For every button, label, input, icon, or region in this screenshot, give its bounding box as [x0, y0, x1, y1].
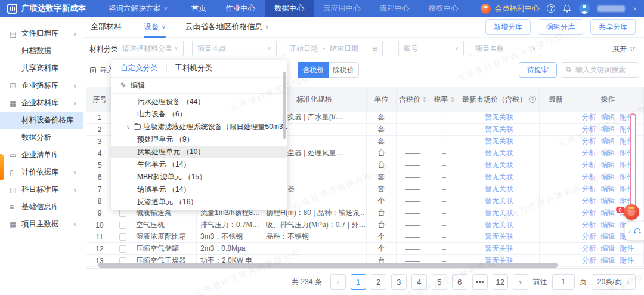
project-location-select[interactable]: 项目地点 ∨ [192, 41, 277, 56]
category-item[interactable]: 厌氧处理单元 （10） [111, 146, 287, 158]
price-toggle-button[interactable]: 含税价 [298, 62, 329, 78]
no-relation-link[interactable]: 暂无关联 [485, 244, 513, 254]
edit-link[interactable]: 编辑 [601, 184, 615, 194]
no-relation-link[interactable]: 暂无关联 [485, 196, 513, 206]
nav-item[interactable]: 作业中心 [216, 0, 265, 17]
chevron-down-icon[interactable]: ∨ [633, 5, 637, 11]
vertical-scrollbar-highlighted[interactable] [630, 113, 636, 218]
analyze-link[interactable]: 分析 [582, 160, 596, 170]
category-item[interactable]: ∨ 垃圾渗滤液处理系统设备（限日处理量50m3… （98） [111, 121, 287, 133]
nav-item[interactable]: 数据中心 [265, 0, 314, 17]
analyze-link[interactable]: 分析 [582, 208, 596, 218]
sort-icon[interactable] [451, 97, 454, 102]
sidebar-item[interactable]: ▤ 文件归档库 ∧ [0, 25, 83, 42]
nav-item[interactable]: 首页 [182, 0, 216, 17]
edit-link[interactable]: 编辑 [601, 208, 615, 218]
category-item[interactable]: 电力设备 （6） [111, 108, 287, 121]
sidebar-item[interactable]: ☑ 企业指标库 ∨ [0, 77, 83, 94]
panel-scrollbar[interactable] [283, 72, 286, 139]
no-relation-link[interactable]: 暂无关联 [485, 136, 513, 146]
price-toggle-button[interactable]: 除税价 [329, 62, 359, 78]
edit-link[interactable]: 编辑 [601, 160, 615, 170]
horizontal-scrollbar[interactable] [98, 263, 558, 268]
edit-category-button[interactable]: ✎ 编辑 [111, 78, 287, 94]
analyze-link[interactable]: 分析 [582, 148, 596, 158]
help-icon[interactable]: ? [547, 4, 555, 13]
row-checkbox[interactable] [119, 222, 126, 229]
no-relation-link[interactable]: 暂无关联 [485, 148, 513, 158]
prev-page-button[interactable]: ‹ [330, 274, 346, 290]
next-page-button[interactable]: › [513, 274, 528, 290]
edit-link[interactable]: 编辑 [601, 112, 615, 122]
sidebar-item[interactable]: ◫ 科目标准库 ∨ [0, 181, 83, 198]
no-relation-link[interactable]: 暂无关联 [485, 220, 513, 230]
library-tab[interactable]: 设备 ∨ [144, 17, 166, 37]
library-action-button[interactable]: 新增分库 [485, 19, 531, 35]
support-widget[interactable]: › [625, 222, 644, 240]
no-relation-link[interactable]: 暂无关联 [485, 112, 513, 122]
analyze-link[interactable]: 分析 [582, 244, 596, 254]
nav-item[interactable]: 授权中心 [419, 0, 468, 17]
no-relation-link[interactable]: 暂无关联 [485, 160, 513, 170]
edit-link[interactable]: 编辑 [601, 232, 615, 242]
sidebar-item[interactable]: ≡ 基础信息库 [0, 198, 83, 216]
library-tab[interactable]: 全部材料 [91, 17, 124, 37]
library-action-button[interactable]: 共享分库 [590, 19, 636, 35]
sidebar-item[interactable]: ▭ 企业清单库 [0, 146, 83, 164]
analyze-link[interactable]: 分析 [582, 220, 596, 230]
collapsed-side-widget[interactable] [0, 154, 4, 180]
page-button[interactable]: 4 [411, 274, 427, 290]
category-item[interactable]: 污水处理设备 （44） [111, 96, 287, 108]
analyze-link[interactable]: 分析 [582, 184, 596, 194]
question-circle-icon[interactable]: ? [529, 96, 536, 103]
tab-labor-material-category[interactable]: 工料机分类 [175, 63, 213, 73]
library-tab[interactable]: 云南省各地区价格信息 ∨ [185, 17, 270, 37]
member-center-link[interactable]: 会员福利中心 [481, 4, 539, 14]
sidebar-item[interactable]: 归档数据 [0, 42, 83, 60]
sort-icon[interactable] [423, 97, 426, 102]
page-button[interactable]: 6 [452, 274, 467, 290]
no-relation-link[interactable]: 暂无关联 [485, 184, 513, 194]
no-relation-link[interactable]: 暂无关联 [485, 208, 513, 218]
page-button[interactable]: 1 [351, 274, 366, 290]
analyze-link[interactable]: 分析 [582, 256, 596, 266]
bell-icon[interactable] [563, 4, 571, 13]
edit-link[interactable]: 编辑 [601, 220, 615, 230]
attachment-link[interactable]: 附件 [620, 256, 634, 266]
row-checkbox[interactable] [119, 210, 126, 217]
edit-link[interactable]: 编辑 [601, 244, 615, 254]
category-item[interactable]: 生化单元 （14） [111, 158, 287, 171]
header-tax-rate[interactable]: 税率 [429, 87, 459, 112]
analyze-link[interactable]: 分析 [582, 124, 596, 134]
edit-link[interactable]: 编辑 [601, 148, 615, 158]
sidebar-item[interactable]: ▯ 计价依据库 ∨ [0, 164, 83, 181]
search-input[interactable] [575, 66, 634, 74]
expand-filters-button[interactable]: 展开 [612, 44, 636, 54]
edit-link[interactable]: 编辑 [601, 124, 615, 134]
no-relation-link[interactable]: 暂无关联 [485, 124, 513, 134]
page-button[interactable]: ••• [472, 274, 488, 290]
page-button[interactable]: 5 [432, 274, 447, 290]
category-item[interactable]: 预处理单元 （9） [111, 133, 287, 146]
reward-widget[interactable]: 0 [624, 204, 639, 220]
sidebar-item[interactable]: 数据分析 [0, 129, 83, 146]
analyze-link[interactable]: 分析 [582, 196, 596, 206]
edit-link[interactable]: 编辑 [601, 256, 615, 266]
analyze-link[interactable]: 分析 [582, 112, 596, 122]
tab-custom-category[interactable]: 自定义分类 [120, 63, 158, 73]
nav-item[interactable]: 流程中心 [370, 0, 419, 17]
attachment-link[interactable]: 附件 [620, 244, 634, 254]
category-item[interactable]: 纳滤单元 （14） [111, 183, 287, 196]
analyze-link[interactable]: 分析 [582, 232, 596, 242]
edit-link[interactable]: 编辑 [601, 196, 615, 206]
page-button[interactable]: 12 [493, 274, 508, 290]
library-action-button[interactable]: 编辑分库 [538, 19, 583, 35]
solution-dropdown[interactable]: 咨询方解决方案 ∨ [109, 4, 168, 14]
sidebar-item[interactable]: 共享资料库 [0, 60, 83, 77]
row-checkbox[interactable] [119, 245, 126, 253]
account-select[interactable]: 账号 ∨ [398, 41, 464, 56]
project-name-select[interactable]: 项目名称 ∨ [470, 41, 541, 56]
no-relation-link[interactable]: 暂无关联 [485, 232, 513, 242]
category-item[interactable]: 反渗透单元 （16） [111, 196, 287, 208]
no-relation-link[interactable]: 暂无关联 [485, 172, 513, 182]
